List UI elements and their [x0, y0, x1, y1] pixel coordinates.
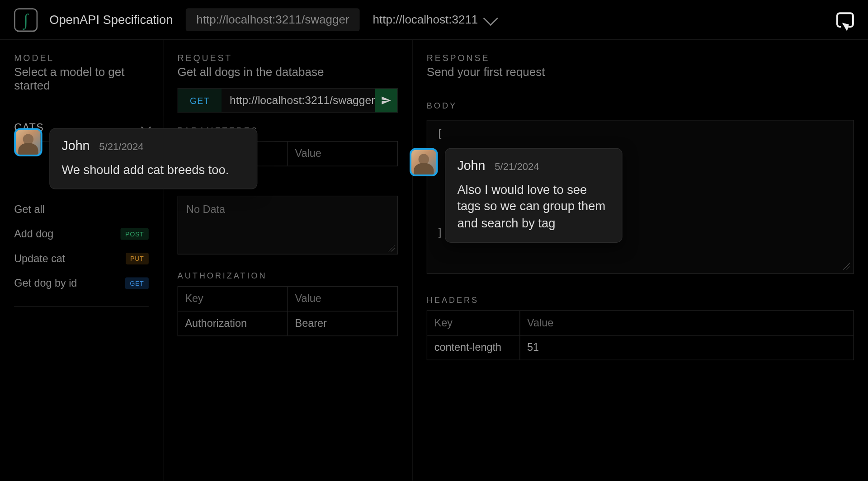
authorization-label: AUTHORIZATION — [178, 271, 398, 280]
authorization-table: Key Value Authorization Bearer — [178, 286, 398, 336]
method-badge-put: PUT — [126, 253, 149, 264]
response-headers-table: Key Value content-length 51 — [427, 310, 854, 360]
resize-grip-icon[interactable] — [388, 245, 395, 252]
headers-key-header: Key — [427, 311, 520, 335]
table-row: Key Value — [178, 287, 397, 311]
auth-key-header: Key — [178, 287, 288, 311]
request-heading: REQUEST — [178, 53, 398, 63]
send-button[interactable] — [375, 89, 397, 112]
spec-url-pill[interactable]: http://localhost:3211/swagger — [186, 8, 360, 31]
endpoint-item[interactable]: Get dog by id GET — [14, 271, 149, 296]
table-row: content-length 51 — [427, 335, 853, 360]
endpoint-label: Get all — [14, 203, 45, 215]
response-headers-label: HEADERS — [427, 295, 854, 305]
request-body-input[interactable]: No Data — [178, 196, 398, 255]
endpoint-label: Get dog by id — [14, 277, 77, 289]
comment-text: We should add cat breeds too. — [62, 162, 245, 179]
body-line: [ — [437, 127, 443, 140]
app-title: OpenAPI Specification — [49, 13, 173, 27]
response-heading: RESPONSE — [427, 53, 854, 63]
comment-bubble: John 5/21/2024 We should add cat breeds … — [49, 128, 257, 189]
comment-date: 5/21/2024 — [99, 141, 143, 153]
comment-popover[interactable]: John 5/21/2024 We should add cat breeds … — [14, 128, 257, 189]
server-url: http://localhost:3211 — [373, 13, 478, 27]
resize-grip-icon[interactable] — [843, 263, 850, 270]
request-subheading: Get all dogs in the database — [178, 65, 398, 79]
chat-icon[interactable] — [836, 12, 854, 28]
main-area: MODEL Select a model to get started CATS… — [0, 40, 868, 481]
comment-text: Also I would love to see tags so we can … — [457, 182, 610, 232]
response-panel: RESPONSE Send your first request BODY [ … — [413, 40, 868, 481]
auth-value-cell[interactable]: Bearer — [288, 311, 397, 335]
server-select[interactable]: http://localhost:3211 — [373, 13, 495, 27]
method-badge-post: POST — [121, 228, 149, 240]
response-subheading: Send your first request — [427, 65, 854, 79]
table-row: Key Value — [427, 311, 853, 335]
request-bar: GET http://localhost:3211/swagger — [178, 88, 398, 113]
top-bar: ∫ OpenAPI Specification http://localhost… — [0, 0, 868, 40]
method-badge-get: GET — [125, 278, 149, 289]
avatar — [14, 128, 42, 156]
avatar — [410, 148, 438, 176]
headers-value-header: Value — [520, 311, 854, 335]
request-body-placeholder: No Data — [186, 203, 225, 215]
request-method[interactable]: GET — [178, 89, 222, 112]
endpoint-item[interactable]: Update cat PUT — [14, 246, 149, 271]
endpoint-label: Add dog — [14, 228, 53, 240]
auth-key-cell[interactable]: Authorization — [178, 311, 288, 335]
sidebar: MODEL Select a model to get started CATS… — [0, 40, 163, 481]
response-body-label: BODY — [427, 101, 854, 111]
header-key-cell: content-length — [427, 335, 520, 359]
endpoint-item[interactable]: Add dog POST — [14, 222, 149, 246]
comment-date: 5/21/2024 — [495, 161, 539, 173]
sidebar-subheading: Select a model to get started — [14, 65, 149, 92]
send-icon — [381, 95, 391, 106]
app-logo: ∫ — [14, 8, 38, 32]
comment-author: John — [62, 138, 90, 154]
endpoint-item[interactable]: Get all — [14, 197, 149, 222]
comment-bubble: John 5/21/2024 Also I would love to see … — [445, 148, 623, 243]
auth-value-header: Value — [288, 287, 397, 311]
sidebar-heading: MODEL — [14, 53, 149, 63]
header-value-cell: 51 — [520, 335, 854, 359]
chevron-down-icon — [483, 10, 498, 25]
comment-popover[interactable]: John 5/21/2024 Also I would love to see … — [410, 148, 623, 243]
param-value-input[interactable]: Value — [288, 141, 397, 165]
endpoint-label: Update cat — [14, 252, 65, 264]
table-row: Authorization Bearer — [178, 311, 397, 336]
comment-author: John — [457, 158, 485, 174]
request-url-input[interactable]: http://localhost:3211/swagger — [222, 89, 375, 112]
request-panel: REQUEST Get all dogs in the database GET… — [163, 40, 412, 481]
